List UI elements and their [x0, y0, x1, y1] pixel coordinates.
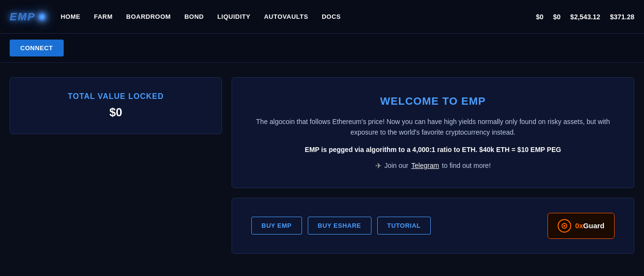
sub-header: CONNECT	[0, 34, 644, 63]
tutorial-button[interactable]: TUTORIAL	[377, 217, 431, 235]
nav-item-liquidity[interactable]: LIQUIDITY	[217, 13, 250, 20]
welcome-card: WELCOME TO EMP The algocoin that follows…	[232, 77, 634, 188]
ox-prefix: 0x	[575, 221, 583, 230]
welcome-title: WELCOME TO EMP	[251, 95, 615, 108]
stat-1: $0	[536, 13, 544, 21]
stat-3: $2,543.12	[570, 13, 600, 21]
main-content: TOTAL VALUE LOCKED $0 WELCOME TO EMP The…	[0, 63, 644, 268]
actions-card: BUY EMP BUY ESHARE TUTORIAL 0xGuard	[232, 198, 634, 254]
logo-area: EMP	[10, 11, 46, 23]
left-panel: TOTAL VALUE LOCKED $0	[10, 77, 222, 254]
nav-item-farm[interactable]: FARM	[94, 13, 113, 20]
oxguard-text: 0xGuard	[575, 221, 604, 230]
action-buttons: BUY EMP BUY ESHARE TUTORIAL	[251, 217, 431, 235]
tvl-value: $0	[110, 106, 123, 119]
logo-orb-icon	[38, 13, 46, 21]
stat-2: $0	[553, 13, 561, 21]
oxguard-inner-icon	[562, 223, 567, 229]
nav-item-bond[interactable]: BOND	[184, 13, 204, 20]
oxguard-badge[interactable]: 0xGuard	[548, 213, 615, 239]
nav-item-boardroom[interactable]: BOARDROOM	[126, 13, 171, 20]
right-panel: WELCOME TO EMP The algocoin that follows…	[232, 77, 634, 254]
header-stats: $0 $0 $2,543.12 $371.28	[536, 13, 634, 21]
telegram-icon: ✈	[375, 161, 382, 170]
buy-eshare-button[interactable]: BUY ESHARE	[308, 217, 371, 235]
oxguard-dot-icon	[563, 225, 565, 227]
main-nav: HOME FARM BOARDROOM BOND LIQUIDITY AUTOV…	[61, 13, 536, 20]
stat-4: $371.28	[610, 13, 634, 21]
telegram-prefix: Join our	[384, 162, 409, 169]
logo-text: EMP	[10, 11, 36, 23]
telegram-suffix: to find out more!	[442, 162, 491, 169]
nav-item-docs[interactable]: DOCS	[322, 13, 341, 20]
welcome-peg-text: EMP is pegged via algorithm to a 4,000:1…	[251, 146, 615, 153]
header: EMP HOME FARM BOARDROOM BOND LIQUIDITY A…	[0, 0, 644, 34]
connect-button[interactable]: CONNECT	[10, 40, 64, 56]
oxguard-label: Guard	[583, 221, 604, 230]
telegram-link[interactable]: Telegram	[411, 162, 439, 169]
welcome-description: The algocoin that follows Ethereum's pri…	[251, 116, 615, 138]
tvl-label: TOTAL VALUE LOCKED	[68, 92, 164, 101]
oxguard-ring-icon	[558, 219, 571, 233]
buy-emp-button[interactable]: BUY EMP	[251, 217, 302, 235]
welcome-telegram: ✈ Join our Telegram to find out more!	[251, 161, 615, 170]
tvl-card: TOTAL VALUE LOCKED $0	[10, 77, 222, 134]
nav-item-autovaults[interactable]: AUTOVAULTS	[264, 13, 308, 20]
nav-item-home[interactable]: HOME	[61, 13, 81, 20]
